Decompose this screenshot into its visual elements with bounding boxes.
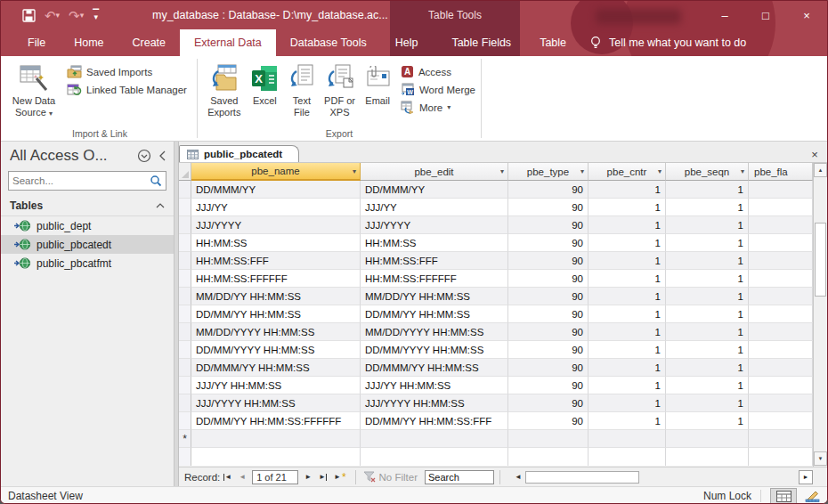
cell[interactable]: MM/DD/YYYY HH:MM:SS xyxy=(191,323,361,341)
cell[interactable]: HH:MM:SS:FFF xyxy=(191,252,361,270)
cell[interactable]: 90 xyxy=(508,181,589,199)
email-button[interactable]: Email xyxy=(360,60,395,107)
cell[interactable]: DD/MM/YYYY HH:MM:SS xyxy=(191,341,361,359)
row-selector[interactable] xyxy=(179,216,191,234)
cell[interactable]: 1 xyxy=(589,181,666,199)
cell[interactable]: 90 xyxy=(508,359,589,377)
horizontal-scrollbar[interactable]: ◄ ► xyxy=(513,467,827,486)
cell[interactable]: MM/DD/YY HH:MM:SS xyxy=(361,288,508,305)
more-export-button[interactable]: More ▾ xyxy=(401,101,475,114)
sidebar-item-public-pbcatedt[interactable]: public_pbcatedt xyxy=(1,235,174,254)
new-record-row[interactable]: * xyxy=(179,430,815,448)
cell[interactable] xyxy=(749,341,813,359)
cell[interactable]: JJJ/YYYY xyxy=(361,216,508,234)
cell[interactable] xyxy=(749,234,813,252)
export-access-button[interactable]: A Access xyxy=(401,65,475,78)
cell[interactable] xyxy=(191,430,361,448)
row-selector[interactable] xyxy=(179,305,191,323)
cell[interactable]: 1 xyxy=(589,323,666,341)
cell[interactable]: 1 xyxy=(666,252,749,270)
cell[interactable]: 90 xyxy=(508,234,589,252)
close-document-icon[interactable]: × xyxy=(806,146,824,162)
new-record-selector[interactable]: * xyxy=(179,430,191,448)
cell[interactable]: 90 xyxy=(508,323,589,341)
cell[interactable]: 1 xyxy=(589,341,666,359)
cell[interactable]: 90 xyxy=(508,412,589,430)
datasheet-view-button[interactable] xyxy=(770,488,797,504)
cell[interactable]: DD/MMM/YY xyxy=(191,181,361,199)
cell[interactable] xyxy=(589,430,666,448)
cell[interactable]: DD/MM/YY HH:MM:SS:FFF xyxy=(361,412,508,430)
cell[interactable]: 1 xyxy=(589,234,666,252)
cell[interactable] xyxy=(749,412,813,430)
saved-imports-button[interactable]: Saved Imports xyxy=(67,65,187,78)
minimize-button[interactable]: – xyxy=(704,1,745,29)
nav-search-box[interactable] xyxy=(8,171,166,191)
design-view-button[interactable] xyxy=(799,488,825,504)
cell[interactable]: 1 xyxy=(589,199,666,216)
cell[interactable]: DD/MMM/YY xyxy=(361,181,508,199)
record-search-input[interactable] xyxy=(425,470,494,484)
row-selector[interactable] xyxy=(179,234,191,252)
column-header-pbe-fla[interactable]: pbe_fla xyxy=(749,163,813,181)
cell[interactable] xyxy=(749,305,813,323)
column-header-pbe-seqn[interactable]: pbe_seqn▾ xyxy=(666,163,749,181)
row-selector[interactable] xyxy=(179,323,191,341)
cell[interactable]: 1 xyxy=(589,394,666,412)
cell[interactable] xyxy=(749,252,813,270)
cell[interactable]: DD/MM/YY HH:MM:SS:FFFFFF xyxy=(191,412,361,430)
cell[interactable]: 1 xyxy=(666,377,749,394)
cell[interactable] xyxy=(749,288,813,305)
cell[interactable]: DD/MM/YY HH:MM:SS xyxy=(361,305,508,323)
cell[interactable]: 1 xyxy=(589,216,666,234)
tab-external-data[interactable]: External Data xyxy=(180,29,276,56)
cell[interactable]: DD/MMM/YY HH:MM:SS xyxy=(191,359,361,377)
cell[interactable]: 1 xyxy=(666,323,749,341)
customize-qat-icon[interactable]: ▔▾ xyxy=(93,12,99,19)
cell[interactable]: 1 xyxy=(589,270,666,288)
row-selector[interactable] xyxy=(179,341,191,359)
row-selector[interactable] xyxy=(179,270,191,288)
cell[interactable]: 90 xyxy=(508,341,589,359)
cell[interactable] xyxy=(749,359,813,377)
nav-search-input[interactable] xyxy=(12,175,150,186)
undo-icon[interactable]: ↶▾ xyxy=(45,9,60,22)
cell[interactable]: DD/MM/YYYY HH:MM:SS xyxy=(361,341,508,359)
first-record-button[interactable]: ◄ xyxy=(220,473,235,481)
horizontal-scroll-thumb[interactable] xyxy=(525,471,639,484)
row-selector[interactable] xyxy=(179,288,191,305)
cell[interactable] xyxy=(749,377,813,394)
cell[interactable]: HH:MM:SS:FFF xyxy=(361,252,508,270)
cell[interactable]: 1 xyxy=(589,288,666,305)
cell[interactable]: 1 xyxy=(666,288,749,305)
cell[interactable]: 90 xyxy=(508,305,589,323)
word-merge-button[interactable]: W Word Merge xyxy=(401,83,475,96)
new-data-source-button[interactable]: New Data Source ▾ xyxy=(8,60,60,119)
cell[interactable]: 1 xyxy=(666,199,749,216)
close-button[interactable]: × xyxy=(786,1,827,29)
cell[interactable]: 1 xyxy=(589,359,666,377)
search-icon[interactable] xyxy=(150,175,162,187)
redo-icon[interactable]: ↷▾ xyxy=(69,9,84,22)
cell[interactable]: 1 xyxy=(666,216,749,234)
cell[interactable]: 1 xyxy=(666,412,749,430)
cell[interactable] xyxy=(749,394,813,412)
cell[interactable]: HH:MM:SS:FFFFFF xyxy=(191,270,361,288)
cell[interactable] xyxy=(749,181,813,199)
tell-me-box[interactable]: Tell me what you want to do xyxy=(580,29,755,56)
tab-file[interactable]: File xyxy=(13,29,60,56)
column-header-pbe-edit[interactable]: pbe_edit▾ xyxy=(361,163,508,181)
excel-button[interactable]: X Excel xyxy=(246,60,285,107)
cell[interactable]: DD/MMM/YY HH:MM:SS xyxy=(361,359,508,377)
tab-table-fields[interactable]: Table Fields xyxy=(437,29,525,56)
cell[interactable] xyxy=(749,430,813,448)
column-dropdown-icon[interactable]: ▾ xyxy=(500,167,504,175)
cell[interactable]: 90 xyxy=(508,199,589,216)
cell[interactable]: 1 xyxy=(589,252,666,270)
text-file-button[interactable]: Text File xyxy=(284,60,320,118)
cell[interactable]: 90 xyxy=(508,216,589,234)
cell[interactable]: DD/MM/YY HH:MM:SS xyxy=(191,305,361,323)
cell[interactable] xyxy=(749,323,813,341)
tab-table[interactable]: Table xyxy=(525,29,580,56)
tab-database-tools[interactable]: Database Tools xyxy=(276,29,381,56)
